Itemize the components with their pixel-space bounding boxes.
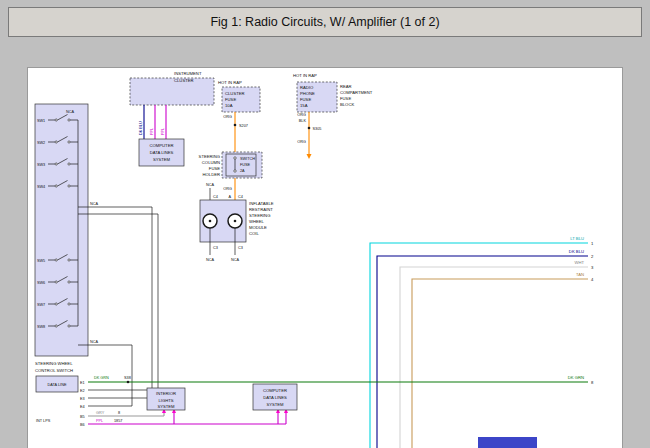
nca-label: NCA <box>206 183 214 187</box>
switch-label: SW2 <box>37 141 45 145</box>
svg-text:BLOCK: BLOCK <box>340 102 354 107</box>
component-name: LIGHTS <box>158 398 173 403</box>
footer-blue-box[interactable] <box>478 437 537 448</box>
switch-label: SW8 <box>37 325 45 329</box>
wire-color-label: ORG <box>223 115 232 119</box>
component-name: STEERING WHEEL <box>35 361 73 366</box>
switch-label: SW3 <box>37 163 45 167</box>
svg-text:FUSE: FUSE <box>340 96 351 101</box>
splice-label: S38 <box>124 376 131 380</box>
component-name: WHEEL <box>249 219 265 224</box>
cluster-fuse: CLUSTER FUSE 10A <box>222 87 260 112</box>
holder-name: COLUMN <box>202 160 220 165</box>
pin-number: 8 <box>591 380 594 385</box>
fuse-name: FUSE <box>225 97 236 102</box>
wire-color-label: PPL <box>150 128 154 135</box>
computer-data-lines-system-bottom: COMPUTER DATA LINES SYSTEM <box>253 384 297 410</box>
fuse-name: PHONE <box>300 91 315 96</box>
nca-label: NCA <box>231 258 239 262</box>
instrument-cluster: INSTRUMENT CLUSTER <box>130 71 214 105</box>
connector-name: INT LPS <box>36 419 51 423</box>
circuit-number: 8 <box>118 411 120 415</box>
pin-label: E1 <box>80 381 85 385</box>
component-name: CLUSTER <box>174 78 194 83</box>
nca-label: NCA <box>90 202 98 206</box>
pin-number: 2 <box>591 254 594 259</box>
svg-text:COMPARTMENT: COMPARTMENT <box>340 90 373 95</box>
component-name: SYSTEM <box>266 402 284 407</box>
switch-label: SW4 <box>37 185 45 189</box>
pin-number: 3 <box>591 265 594 270</box>
pin-label: C4 <box>238 195 243 199</box>
pin-number: 4 <box>591 277 594 282</box>
fuse-rating: 2A <box>240 169 245 173</box>
inflatable-restraint-coil: NCA C4 A C4 C3 C3 NCA NCA INFLATABLE RES… <box>200 183 274 262</box>
circuit-number: 1857 <box>114 419 122 423</box>
switch-label: SW1 <box>37 119 45 123</box>
switch-harness-wires: NCA NCA <box>78 202 158 406</box>
switch-label: SW5 <box>37 259 45 263</box>
component-name: COMPUTER <box>150 143 174 148</box>
component-name: CONTROL SWITCH <box>35 368 73 373</box>
component-name: SYSTEM <box>157 404 175 409</box>
pin-label: B6 <box>80 423 85 427</box>
component-name: DATA LINES <box>263 395 287 400</box>
wire-color-label: DK GRN <box>568 375 584 380</box>
wire-color-label: DK GRN <box>94 376 109 380</box>
wire-color-label: GRY <box>96 411 105 415</box>
rear-compartment-fuse-block-label: REAR COMPARTMENT FUSE BLOCK <box>340 84 373 107</box>
holder-name: HOLDER <box>203 172 220 177</box>
splice-label: S305 <box>313 127 322 131</box>
component-name: INSTRUMENT <box>174 71 202 76</box>
pin-number: 1 <box>591 241 594 246</box>
diagram-canvas[interactable]: SW1 SW2 SW3 SW4 <box>28 68 622 448</box>
wire-color-label: ORG <box>297 113 306 117</box>
data-line-connector: DATA LINE E1 E2 E3 E4 INT LPS B5 B6 <box>36 376 85 427</box>
wiring-diagram: SW1 SW2 SW3 SW4 <box>28 68 622 448</box>
pin-label: A <box>228 195 231 199</box>
component-name: COIL <box>249 231 259 236</box>
svg-text:REAR: REAR <box>340 84 352 89</box>
cluster-data-wires: DK BLU PPL PPL <box>139 105 166 139</box>
component-name: RESTRAINT <box>249 207 273 212</box>
nca-label: NCA <box>90 340 98 344</box>
splice-label: S207 <box>239 124 248 128</box>
wire-color-label: ORG <box>297 140 306 144</box>
component-name: INTERIOR <box>156 391 176 396</box>
nca-label: NCA <box>206 258 214 262</box>
switch-label: SW6 <box>37 281 45 285</box>
connector-name: DATA LINE <box>48 383 67 387</box>
switch-label: SW7 <box>37 303 45 307</box>
pin-label: C3 <box>213 246 218 250</box>
fuse-rating: 15A <box>300 103 308 108</box>
figure-title: Fig 1: Radio Circuits, W/ Amplifier (1 o… <box>210 15 439 29</box>
fuse-name: SWITCH <box>240 157 255 161</box>
wire-color-label: WHT <box>574 260 584 265</box>
component-name: STEERING <box>249 213 270 218</box>
component-name: SYSTEM <box>153 157 171 162</box>
pin-label: E3 <box>80 397 85 401</box>
fuse-name: FUSE <box>240 163 251 167</box>
wire-color-label: DK BLU <box>139 121 143 135</box>
radio-harness-wires: LT BLU 1 DK BLU 2 WHT 3 TAN 4 <box>370 236 594 448</box>
app-window: Fig 1: Radio Circuits, W/ Amplifier (1 o… <box>0 0 650 448</box>
fuse-name: RADIO <box>300 85 314 90</box>
fuse-rating: 10A <box>225 103 233 108</box>
hot-in-rap-label: HOT IN RAP <box>293 73 317 78</box>
component-name: COMPUTER <box>263 388 287 393</box>
wire-color-label: ORG <box>223 187 232 191</box>
orange-wire-radio: ORG BLK S305 ORG <box>297 112 321 159</box>
dark-green-wire: DK GRN S38 DK GRN 8 <box>88 375 594 385</box>
computer-data-lines-system-top: COMPUTER DATA LINES SYSTEM <box>139 139 184 166</box>
holder-name: FUSE <box>209 166 220 171</box>
fuse-name: FUSE <box>300 97 311 102</box>
component-name: INFLATABLE <box>249 201 274 206</box>
figure-title-bar: Fig 1: Radio Circuits, W/ Amplifier (1 o… <box>8 7 642 37</box>
pin-label: E4 <box>80 405 85 409</box>
wire-color-label: PPL <box>96 419 103 423</box>
hot-in-rap-label: HOT IN RAP <box>218 80 242 85</box>
radio-phone-fuse: RADIO PHONE FUSE 15A <box>297 82 337 112</box>
wire-color-label: TAN <box>576 272 584 277</box>
pin-label: E2 <box>80 389 85 393</box>
wire-color-label: PPL <box>161 128 165 135</box>
